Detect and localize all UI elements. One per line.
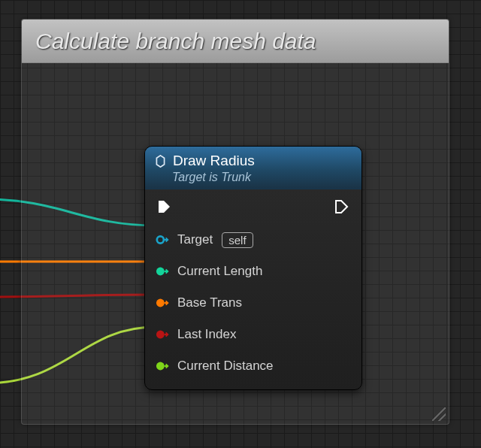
pin-icon-float[interactable] bbox=[156, 360, 171, 372]
svg-point-0 bbox=[157, 236, 164, 243]
pin-icon-int[interactable] bbox=[156, 328, 171, 341]
resize-grip-icon[interactable] bbox=[432, 407, 446, 421]
pin-last-index[interactable]: Last Index bbox=[156, 326, 351, 343]
pin-label: Current Distance bbox=[177, 359, 274, 374]
pin-icon-float[interactable] bbox=[156, 265, 171, 277]
pin-label: Last Index bbox=[177, 327, 236, 342]
comment-title: Calculate branch mesh data bbox=[35, 29, 316, 54]
pin-target[interactable]: Target self bbox=[156, 232, 351, 248]
comment-title-bar[interactable]: Calculate branch mesh data bbox=[22, 20, 449, 63]
self-default-box[interactable]: self bbox=[222, 232, 253, 248]
function-node[interactable]: Draw Radius Target is Trunk bbox=[144, 146, 362, 390]
exec-pin-in[interactable] bbox=[157, 198, 172, 215]
pin-icon-object[interactable] bbox=[156, 234, 171, 246]
node-title: Draw Radius bbox=[173, 153, 255, 169]
pin-current-distance[interactable]: Current Distance bbox=[156, 358, 351, 374]
pin-label: Current Length bbox=[177, 264, 262, 279]
node-subtitle: Target is Trunk bbox=[172, 171, 352, 184]
pin-current-length[interactable]: Current Length bbox=[156, 263, 351, 280]
pin-label: Base Trans bbox=[177, 295, 242, 310]
node-body: Target self Current Length bbox=[145, 189, 362, 389]
comment-box[interactable]: Calculate branch mesh data Draw Radius T… bbox=[21, 19, 449, 425]
exec-pin-out[interactable] bbox=[334, 198, 349, 215]
pin-label: Target bbox=[177, 232, 213, 247]
comment-body[interactable]: Draw Radius Target is Trunk bbox=[22, 63, 449, 424]
node-header[interactable]: Draw Radius Target is Trunk bbox=[145, 147, 362, 189]
svg-point-4 bbox=[156, 362, 165, 371]
function-icon bbox=[154, 155, 167, 168]
pin-icon-transform[interactable] bbox=[156, 297, 171, 309]
svg-point-3 bbox=[156, 331, 165, 339]
pin-base-trans[interactable]: Base Trans bbox=[156, 295, 351, 311]
svg-point-2 bbox=[156, 299, 165, 307]
svg-point-1 bbox=[156, 268, 165, 276]
